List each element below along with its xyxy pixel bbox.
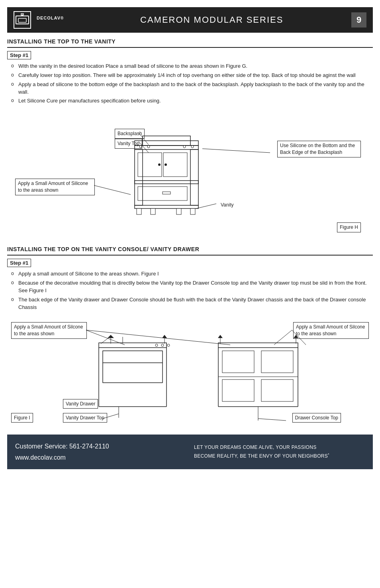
svg-rect-58	[261, 380, 293, 401]
svg-point-29	[191, 146, 194, 148]
logo-box	[14, 11, 31, 29]
step1-bullets: With the vanity in the desired location …	[7, 63, 373, 105]
main-content: INSTALLING THE TOP TO THE VANITY Step #1…	[7, 33, 373, 431]
svg-rect-56	[261, 351, 293, 373]
svg-rect-0	[16, 16, 29, 24]
figure-h-area: Apply a Small Amount of Silicone to the …	[7, 109, 373, 236]
svg-point-36	[161, 344, 164, 346]
bullet-item: With the vanity in the desired location …	[11, 63, 373, 70]
svg-point-18	[158, 163, 161, 166]
svg-rect-55	[222, 351, 254, 373]
svg-marker-60	[218, 335, 223, 338]
svg-rect-24	[176, 208, 181, 214]
bullet-item: Apply a bead of silicone to the bottom e…	[11, 81, 373, 96]
svg-rect-41	[103, 351, 163, 383]
svg-rect-42	[103, 351, 163, 363]
svg-rect-14	[135, 205, 198, 208]
svg-rect-20	[138, 187, 187, 201]
svg-point-27	[147, 146, 150, 148]
page-footer: Customer Service: 561-274-2110 www.decol…	[7, 435, 373, 469]
section1-title: INSTALLING THE TOP TO THE VANITY	[7, 33, 373, 48]
section2-title: INSTALLING THE TOP ON THE VANITY CONSOLE…	[7, 240, 373, 256]
brand-name: DECOLAV®	[37, 16, 140, 24]
svg-rect-17	[163, 153, 187, 177]
svg-rect-50	[218, 343, 298, 348]
figure-h-svg	[7, 109, 373, 236]
footer-contact: Customer Service: 561-274-2110 www.decol…	[15, 441, 186, 462]
step2-label: Step #1	[7, 259, 31, 267]
callout-vanity-top: Vanity Top	[115, 139, 142, 149]
bullet-item: Carefully lower top into position. There…	[11, 72, 373, 79]
svg-line-66	[258, 419, 286, 421]
svg-point-37	[167, 344, 170, 346]
svg-rect-10	[135, 146, 198, 149]
svg-rect-15	[135, 181, 198, 184]
svg-rect-21	[163, 192, 170, 194]
website: www.decolav.com	[15, 452, 186, 463]
svg-line-64	[103, 414, 119, 419]
svg-point-28	[183, 146, 186, 148]
svg-rect-11	[143, 136, 190, 146]
svg-line-4	[94, 185, 131, 195]
svg-rect-22	[137, 208, 141, 214]
svg-rect-43	[103, 363, 163, 383]
series-title: CAMERON MODULAR SERIES	[140, 15, 347, 25]
svg-rect-1	[18, 18, 26, 22]
svg-rect-23	[151, 208, 155, 214]
callout-silicone-note: Use Silicone on the Bottom and the Back …	[277, 141, 361, 157]
logo-icon	[15, 13, 29, 27]
figure-i-svg	[7, 315, 373, 431]
svg-rect-9	[135, 141, 198, 146]
svg-marker-46	[108, 335, 114, 338]
svg-point-19	[165, 163, 167, 166]
callout-backsplash: Backsplash	[115, 129, 145, 139]
page-header: DECOLAV® CAMERON MODULAR SERIES 9	[7, 7, 373, 33]
bullet-item: Apply a small amount of Silicone to the …	[11, 270, 373, 278]
callout-figure-h: Figure H	[337, 222, 361, 232]
bullet-item: Let Silicone Cure per manufactures speci…	[11, 97, 373, 105]
step1-label: Step #1	[7, 51, 31, 59]
bullet-item: Because of the decorative moulding that …	[11, 279, 373, 295]
svg-point-35	[155, 344, 158, 346]
svg-marker-62	[294, 335, 298, 338]
customer-service: Customer Service: 561-274-2110	[15, 441, 186, 452]
step2-bullets: Apply a small amount of Silicone to the …	[7, 270, 373, 311]
svg-rect-12	[135, 149, 143, 205]
footer-tagline: LET YOUR DREAMS COME ALIVE, YOUR PASSION…	[186, 441, 365, 462]
callout-vanity: Vanity	[218, 201, 236, 210]
callout-apply-silicone: Apply a Small Amount of Silicone to the …	[15, 179, 95, 195]
tagline-text: LET YOUR DREAMS COME ALIVE, YOUR PASSION…	[194, 444, 329, 460]
bullet-item: The back edge of the Vanity drawer and D…	[11, 296, 373, 311]
figure-i-area: Apply a Small Amount of Silcone to the a…	[7, 315, 373, 431]
svg-line-7	[202, 149, 270, 153]
svg-rect-57	[222, 380, 254, 401]
svg-rect-16	[138, 153, 162, 177]
svg-line-8	[196, 204, 216, 208]
svg-marker-49	[162, 335, 167, 338]
svg-rect-25	[190, 208, 195, 214]
svg-rect-13	[190, 149, 198, 205]
page-number: 9	[351, 12, 366, 28]
